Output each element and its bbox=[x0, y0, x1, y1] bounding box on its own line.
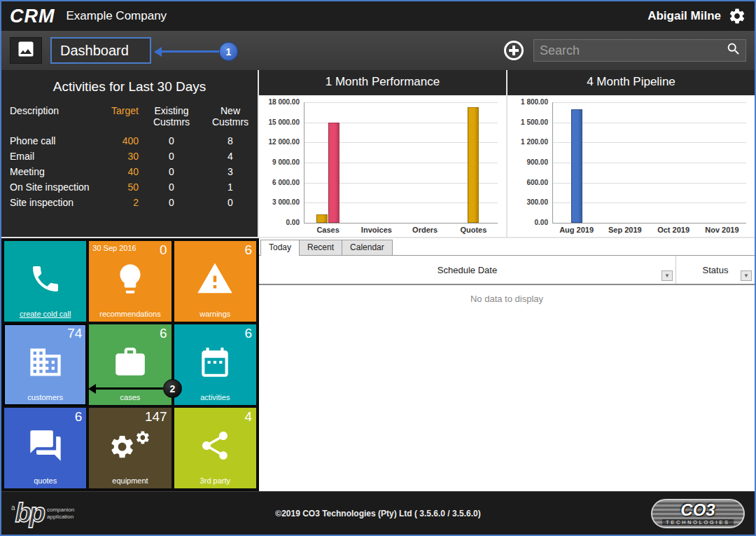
x-axis-line bbox=[304, 223, 498, 224]
x-category-label: Quotes bbox=[449, 226, 498, 234]
activity-description: Email bbox=[4, 151, 102, 162]
app-header: CRM Example Company Abigail Milne bbox=[1, 1, 755, 31]
activity-existing-customers: 0 bbox=[139, 135, 204, 146]
x-category-label: Sep 2019 bbox=[601, 226, 649, 234]
pipeline-chart-title: 4 Month Pipeline bbox=[507, 70, 755, 95]
activity-new-customers: 0 bbox=[204, 197, 256, 208]
search-icon[interactable] bbox=[726, 41, 741, 60]
tile-label: equipment bbox=[89, 476, 171, 485]
column-status: Status ▼ bbox=[676, 256, 755, 284]
activity-target: 400 bbox=[102, 135, 139, 146]
chart-gridline bbox=[304, 102, 498, 103]
activity-existing-customers: 0 bbox=[139, 151, 204, 162]
crm-logo: CRM bbox=[10, 6, 55, 27]
tile-quotes[interactable]: 6quotes bbox=[4, 408, 86, 488]
activity-new-customers: 4 bbox=[204, 151, 256, 162]
column-target: Target bbox=[102, 105, 139, 116]
activities-panel: Activities for Last 30 Days Description … bbox=[1, 70, 259, 237]
chat-icon bbox=[4, 419, 86, 472]
tile-customers[interactable]: 74customers bbox=[4, 324, 86, 405]
y-tick-label: 600.00 bbox=[507, 179, 548, 186]
tile-grid: create cold call30 Sep 20160recommendati… bbox=[1, 238, 259, 491]
toolbar: Dashboard bbox=[1, 31, 755, 70]
app-footer: a bp companion application ©2019 CO3 Tec… bbox=[1, 491, 755, 535]
tab-today[interactable]: Today bbox=[260, 240, 300, 256]
company-name: Example Company bbox=[66, 9, 167, 23]
y-tick-label: 9 000.00 bbox=[259, 158, 300, 166]
pipeline-chart: 1 800.001 500.001 200.00900.00600.00300.… bbox=[507, 95, 755, 237]
tile-label: activities bbox=[174, 393, 256, 401]
annotation-badge-2: 2 bbox=[163, 379, 182, 398]
bar-series-gold-cases bbox=[316, 214, 328, 223]
schedule-table-header: Schedule Date ▼ Status ▼ bbox=[259, 256, 755, 285]
gear-icon[interactable] bbox=[728, 7, 746, 25]
x-category-label: Nov 2019 bbox=[698, 226, 746, 234]
x-category-label: Invoices bbox=[352, 226, 400, 234]
user-name: Abigail Milne bbox=[648, 9, 721, 23]
column-existing-custmrs: Existing Custmrs bbox=[139, 105, 204, 128]
activity-target: 40 bbox=[102, 166, 139, 177]
y-tick-label: 900.00 bbox=[507, 158, 548, 166]
y-tick-label: 1 800.00 bbox=[507, 98, 548, 106]
activity-existing-customers: 0 bbox=[139, 181, 204, 193]
y-tick-label: 15 000.00 bbox=[259, 118, 300, 126]
y-tick-label: 1 500.00 bbox=[507, 118, 548, 126]
tile-activities[interactable]: 6activities bbox=[174, 324, 256, 405]
lightbulb-icon bbox=[89, 252, 171, 305]
tab-calendar[interactable]: Calendar bbox=[342, 240, 393, 255]
bar-series-pink-cases bbox=[328, 123, 340, 223]
tile-label: quotes bbox=[4, 476, 86, 485]
top-panels: Activities for Last 30 Days Description … bbox=[1, 70, 755, 238]
add-button[interactable] bbox=[504, 41, 524, 60]
phone-icon bbox=[4, 252, 86, 305]
activities-row: Email3004 bbox=[1, 149, 258, 164]
activity-description: Phone call bbox=[4, 135, 102, 146]
activity-target: 30 bbox=[102, 151, 139, 162]
schedule-date-filter-button[interactable]: ▼ bbox=[662, 270, 673, 281]
activity-target: 50 bbox=[102, 181, 139, 193]
activities-title: Activities for Last 30 Days bbox=[1, 70, 258, 95]
tab-recent[interactable]: Recent bbox=[299, 240, 342, 255]
arrow-left-icon bbox=[88, 384, 96, 394]
tile-warnings[interactable]: 6warnings bbox=[174, 241, 256, 322]
tile-label: 3rd party bbox=[174, 476, 256, 485]
tile-create-cold-call[interactable]: create cold call bbox=[4, 241, 86, 322]
y-tick-label: 0.00 bbox=[507, 219, 548, 226]
x-category-label: Aug 2019 bbox=[552, 226, 601, 234]
activity-description: Site inspection bbox=[4, 197, 102, 208]
share-icon bbox=[174, 419, 256, 472]
column-description: Description bbox=[4, 105, 102, 116]
tile-3rd-party[interactable]: 43rd party bbox=[174, 408, 256, 488]
x-category-label: Cases bbox=[304, 226, 352, 234]
tile-equipment[interactable]: 147equipment bbox=[89, 408, 171, 488]
dashboard-nav-button[interactable]: Dashboard bbox=[50, 37, 151, 64]
gears-icon bbox=[89, 419, 171, 472]
status-filter-button[interactable]: ▼ bbox=[741, 270, 752, 281]
activities-table-body: Phone call40008Email3004Meeting4003On Si… bbox=[1, 133, 258, 210]
activity-existing-customers: 0 bbox=[139, 166, 204, 177]
co3-technologies-logo: CO3 TECHNOLOGIES bbox=[651, 499, 745, 528]
tile-recommendations[interactable]: 30 Sep 20160recommendations bbox=[89, 241, 171, 322]
calendar-icon bbox=[174, 336, 256, 388]
tile-label: create cold call bbox=[4, 310, 86, 318]
image-button[interactable] bbox=[10, 37, 42, 64]
x-axis-line bbox=[552, 223, 746, 224]
activities-row: On Site inspection5001 bbox=[1, 179, 258, 195]
y-axis-line bbox=[304, 102, 304, 223]
warning-icon bbox=[174, 252, 256, 305]
bottom-panels: create cold call30 Sep 20160recommendati… bbox=[1, 238, 755, 491]
schedule-panel: TodayRecentCalendar Schedule Date ▼ Stat… bbox=[259, 238, 755, 491]
y-tick-label: 3 000.00 bbox=[259, 198, 300, 206]
y-tick-label: 300.00 bbox=[507, 198, 548, 206]
activity-description: On Site inspection bbox=[4, 181, 102, 193]
activity-new-customers: 1 bbox=[204, 181, 256, 193]
tile-label: warnings bbox=[174, 310, 256, 318]
chart-gridline bbox=[552, 102, 746, 103]
building-icon bbox=[4, 336, 86, 388]
photo-icon bbox=[16, 39, 36, 62]
pipeline-chart-panel: 4 Month Pipeline 1 800.001 500.001 200.0… bbox=[506, 70, 755, 237]
search-input[interactable] bbox=[540, 43, 726, 58]
activities-table-header: Description Target Existing Custmrs New … bbox=[1, 105, 258, 128]
y-tick-label: 12 000.00 bbox=[259, 138, 300, 146]
y-axis-line bbox=[552, 102, 553, 223]
